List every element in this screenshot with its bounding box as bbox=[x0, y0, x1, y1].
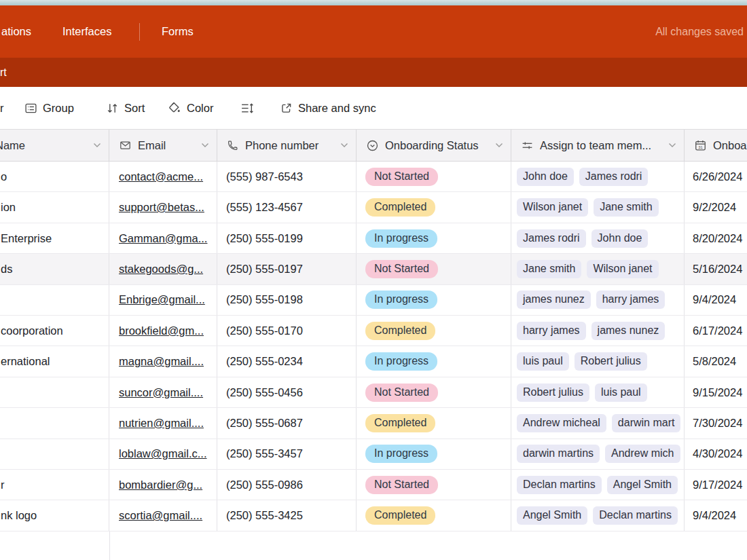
team-member-chip[interactable]: harry james bbox=[517, 322, 586, 340]
email-link[interactable]: magna@gmail.... bbox=[119, 355, 204, 368]
team-member-chip[interactable]: Robert julius bbox=[575, 352, 647, 371]
status-cell[interactable]: Completed bbox=[357, 408, 511, 438]
status-cell[interactable]: In progress bbox=[357, 346, 511, 376]
team-member-chip[interactable]: Jane smith bbox=[517, 260, 581, 278]
status-badge[interactable]: Not Started bbox=[365, 476, 438, 494]
column-header-assign-to-team-member[interactable]: Assign to team mem... bbox=[511, 130, 685, 161]
status-cell[interactable]: In progress bbox=[357, 223, 511, 253]
email-cell[interactable]: loblaw@gmail.c... bbox=[109, 439, 217, 469]
members-cell[interactable]: harry jamesjames nunez bbox=[511, 316, 685, 346]
name-cell[interactable]: nk logo bbox=[0, 500, 109, 530]
email-cell[interactable]: support@betas... bbox=[109, 192, 217, 222]
tab-automations-partial[interactable]: ations bbox=[1, 5, 31, 58]
group-button[interactable]: Group bbox=[24, 87, 74, 129]
name-cell[interactable] bbox=[0, 408, 109, 438]
team-member-chip[interactable]: Angel Smith bbox=[607, 476, 678, 494]
name-cell[interactable]: Enterprise bbox=[0, 223, 109, 253]
name-cell[interactable]: ernational bbox=[0, 346, 109, 376]
status-badge[interactable]: Completed bbox=[365, 506, 435, 525]
date-cell[interactable]: 9/2/2024 bbox=[685, 192, 747, 222]
members-cell[interactable]: Angel SmithDeclan martins bbox=[511, 500, 685, 530]
phone-cell[interactable]: (250) 555-3457 bbox=[217, 439, 357, 469]
team-member-chip[interactable]: harry james bbox=[596, 291, 666, 309]
email-link[interactable]: bombardier@g... bbox=[119, 479, 202, 491]
email-cell[interactable]: brookfield@gm... bbox=[109, 316, 217, 346]
row-height-button[interactable] bbox=[240, 87, 254, 129]
phone-cell[interactable]: (250) 555-0687 bbox=[217, 408, 357, 438]
date-cell[interactable]: 4/30/2024 bbox=[685, 439, 747, 469]
phone-cell[interactable]: (250) 555-0198 bbox=[217, 285, 357, 315]
chevron-down-icon[interactable] bbox=[340, 143, 348, 148]
status-badge[interactable]: In progress bbox=[365, 291, 437, 309]
status-cell[interactable]: Not Started bbox=[357, 254, 511, 284]
team-member-chip[interactable]: Jane smith bbox=[594, 198, 658, 217]
name-cell[interactable]: r bbox=[0, 470, 109, 500]
email-link[interactable]: suncor@gmail.... bbox=[119, 386, 203, 399]
team-member-chip[interactable]: John doe bbox=[517, 168, 574, 186]
date-cell[interactable]: 9/4/2024 bbox=[685, 285, 747, 315]
date-cell[interactable]: 9/17/2024 bbox=[685, 470, 747, 500]
status-cell[interactable]: In progress bbox=[357, 439, 511, 469]
team-member-chip[interactable]: Robert julius bbox=[517, 384, 589, 402]
name-cell[interactable] bbox=[0, 285, 109, 315]
status-badge[interactable]: In progress bbox=[365, 352, 437, 371]
tab-forms[interactable]: Forms bbox=[162, 5, 194, 58]
date-cell[interactable]: 5/16/2024 bbox=[685, 254, 747, 284]
team-member-chip[interactable]: luis paul bbox=[595, 384, 647, 402]
email-link[interactable]: contact@acme... bbox=[119, 170, 203, 183]
email-link[interactable]: stakegoods@g... bbox=[119, 263, 203, 276]
email-link[interactable]: support@betas... bbox=[119, 201, 204, 214]
phone-cell[interactable]: (250) 555-0986 bbox=[217, 470, 357, 500]
members-cell[interactable]: james nunezharry james bbox=[511, 285, 685, 315]
status-cell[interactable]: Completed bbox=[357, 500, 511, 530]
sort-button[interactable]: Sort bbox=[106, 87, 145, 129]
team-member-chip[interactable]: James rodri bbox=[517, 229, 586, 248]
email-link[interactable]: loblaw@gmail.c... bbox=[119, 447, 207, 460]
chevron-down-icon[interactable] bbox=[495, 143, 503, 148]
members-cell[interactable]: Declan martinsAngel Smith bbox=[511, 470, 685, 500]
phone-cell[interactable]: (250) 555-0234 bbox=[217, 346, 357, 376]
date-cell[interactable]: 9/4/2024 bbox=[685, 500, 747, 530]
date-cell[interactable]: 7/30/2024 bbox=[685, 408, 747, 438]
status-cell[interactable]: Not Started bbox=[357, 470, 511, 500]
team-member-chip[interactable]: darwin mart bbox=[612, 414, 681, 432]
email-link[interactable]: Gamman@gma... bbox=[119, 232, 207, 245]
email-cell[interactable]: Enbrige@gmail... bbox=[109, 285, 217, 315]
date-cell[interactable]: 6/17/2024 bbox=[685, 316, 747, 346]
status-cell[interactable]: Completed bbox=[357, 192, 511, 222]
filter-button-partial[interactable]: r bbox=[0, 87, 4, 129]
date-cell[interactable]: 6/26/2024 bbox=[685, 162, 747, 191]
status-badge[interactable]: Not Started bbox=[365, 260, 438, 278]
date-cell[interactable]: 8/20/2024 bbox=[685, 223, 747, 253]
chevron-down-icon[interactable] bbox=[201, 143, 209, 148]
members-cell[interactable]: Wilson janetJane smith bbox=[511, 192, 685, 222]
team-member-chip[interactable]: James rodri bbox=[579, 168, 649, 186]
column-header-phone-number[interactable]: Phone number bbox=[217, 130, 357, 161]
email-cell[interactable]: magna@gmail.... bbox=[109, 346, 217, 376]
chevron-down-icon[interactable] bbox=[668, 143, 676, 148]
email-cell[interactable]: suncor@gmail.... bbox=[109, 377, 217, 407]
phone-cell[interactable]: (250) 555-0199 bbox=[217, 223, 357, 253]
column-header-email[interactable]: Email bbox=[109, 130, 217, 161]
name-cell[interactable]: coorporation bbox=[0, 316, 109, 346]
email-link[interactable]: Enbrige@gmail... bbox=[119, 293, 205, 306]
team-member-chip[interactable]: Declan martins bbox=[517, 476, 602, 494]
phone-cell[interactable]: (250) 555-0170 bbox=[217, 316, 357, 346]
phone-cell[interactable]: (250) 555-3425 bbox=[217, 500, 357, 530]
name-cell[interactable] bbox=[0, 439, 109, 469]
members-cell[interactable]: darwin martinsAndrew mich bbox=[511, 439, 685, 469]
status-badge[interactable]: Completed bbox=[365, 414, 435, 432]
column-header-name[interactable]: Name bbox=[0, 130, 109, 161]
name-cell[interactable]: o bbox=[0, 162, 109, 191]
name-cell[interactable]: ion bbox=[0, 192, 109, 222]
email-link[interactable]: brookfield@gm... bbox=[119, 324, 204, 337]
color-button[interactable]: Color bbox=[168, 87, 213, 129]
members-cell[interactable]: luis paulRobert julius bbox=[511, 346, 685, 376]
team-member-chip[interactable]: Angel Smith bbox=[517, 506, 587, 525]
phone-cell[interactable]: (250) 555-0197 bbox=[217, 254, 357, 284]
status-badge[interactable]: In progress bbox=[365, 229, 437, 248]
email-cell[interactable]: scortia@gmail.... bbox=[109, 500, 217, 530]
team-member-chip[interactable]: james nunez bbox=[517, 291, 591, 309]
column-header-onboarding-date[interactable]: 31 Onboa bbox=[685, 130, 747, 161]
email-link[interactable]: nutrien@gmail.... bbox=[119, 417, 204, 430]
